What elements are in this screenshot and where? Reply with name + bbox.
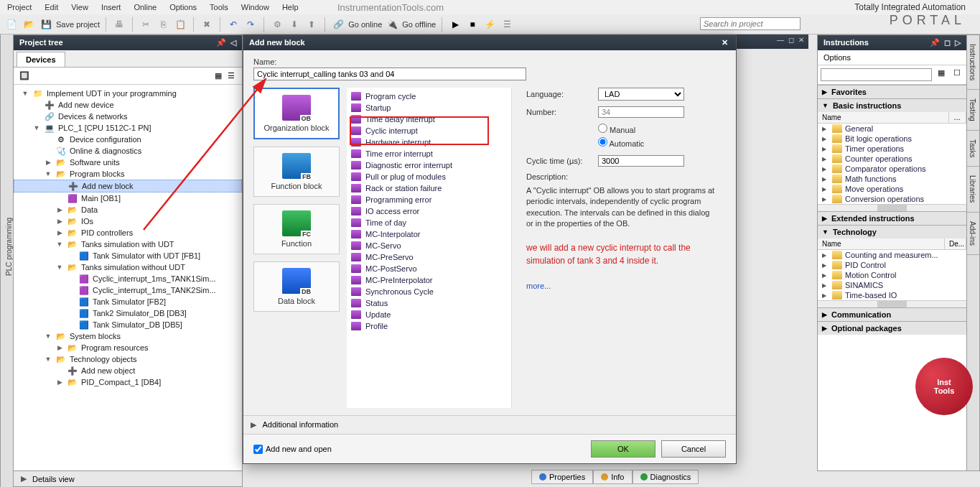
cyclic-time-input[interactable] <box>598 155 684 167</box>
cross-ref-icon[interactable]: ☰ <box>500 17 514 32</box>
ob-type-item[interactable]: Time delay interrupt <box>347 113 511 125</box>
instruction-folder[interactable]: ▶Counting and measurem... <box>818 250 966 260</box>
section-optional[interactable]: ▶Optional packages <box>818 322 966 335</box>
block-name-input[interactable] <box>253 68 526 80</box>
section-technology[interactable]: ▼Technology <box>818 226 966 238</box>
additional-info-section[interactable]: ▶ Additional information <box>243 415 736 434</box>
ob-type-list[interactable]: Program cycleStartupTime delay interrupt… <box>347 88 512 408</box>
tree-toggle-icon[interactable]: ▶ <box>55 344 64 351</box>
menu-online[interactable]: Online <box>134 3 157 11</box>
instruction-folder[interactable]: ▶Bit logic operations <box>818 134 966 144</box>
tree-node[interactable]: ▼📂Tanks simulation without UDT <box>14 261 242 273</box>
tree-node[interactable]: 🩺Online & diagnostics <box>14 145 242 157</box>
tree-toggle-icon[interactable]: ▶ <box>55 229 64 236</box>
tree-node[interactable]: 🟪Main [OB1] <box>14 193 242 204</box>
layout-icon[interactable]: ▦ <box>935 68 948 81</box>
dialog-close-icon[interactable]: ✕ <box>719 38 730 47</box>
tree-toggle-icon[interactable]: ▼ <box>44 333 52 340</box>
ob-type-item[interactable]: Update <box>347 309 511 320</box>
tree-node[interactable]: ▶📂Data <box>14 204 242 215</box>
layout2-icon[interactable]: ☐ <box>951 68 963 81</box>
tech-items-list[interactable]: ▶Counting and measurem...▶PID Control▶Mo… <box>818 250 966 300</box>
download-icon[interactable]: ⬇ <box>287 17 302 32</box>
h-scrollbar[interactable] <box>818 204 966 211</box>
ob-type-item[interactable]: Rack or station failure <box>347 182 511 194</box>
tree-node[interactable]: ▼💻PLC_1 [CPU 1512C-1 PN] <box>14 122 242 134</box>
pin-icon[interactable]: 📌 <box>216 38 226 47</box>
ob-type-item[interactable]: MC-PreInterpolator <box>347 274 511 286</box>
tab-info[interactable]: Info <box>593 470 632 484</box>
flash-icon[interactable]: ⚡ <box>482 17 497 32</box>
instruction-folder[interactable]: ▶SINAMICS <box>818 280 966 290</box>
tree-expand-icon[interactable]: 🔲 <box>18 70 31 83</box>
go-online-icon[interactable]: 🔗 <box>331 17 345 32</box>
instruction-folder[interactable]: ▶Math functions <box>818 174 966 184</box>
ob-type-item[interactable]: Pull or plug of modules <box>347 171 511 182</box>
minimize-icon[interactable]: — <box>777 36 784 47</box>
basic-items-list[interactable]: ▶General▶Bit logic operations▶Timer oper… <box>818 124 966 204</box>
tree-toggle-icon[interactable]: ▼ <box>55 264 64 271</box>
tree-toggle-icon[interactable]: ▶ <box>44 159 52 166</box>
tree-node[interactable]: ▶📂Program resources <box>14 342 242 353</box>
stop-cpu-icon[interactable]: ■ <box>465 17 480 32</box>
manual-radio[interactable]: Manual <box>598 126 635 134</box>
tree-toggle-icon[interactable]: ▼ <box>44 356 52 363</box>
ob-type-item[interactable]: Status <box>347 297 511 309</box>
project-tree[interactable]: ▼📁Implement UDT in your programming➕Add … <box>14 85 242 470</box>
section-favorites[interactable]: ▶Favorites <box>818 85 966 98</box>
go-offline-icon[interactable]: 🔌 <box>385 17 399 32</box>
cancel-button[interactable]: Cancel <box>661 440 726 458</box>
go-offline-button[interactable]: Go offline <box>402 20 436 29</box>
tree-node[interactable]: 🟦Tank Simulator [FB2] <box>14 296 242 307</box>
tree-node[interactable]: ➕Add new device <box>14 99 242 111</box>
menu-view[interactable]: View <box>71 3 88 11</box>
open-project-icon[interactable]: 📂 <box>22 17 36 32</box>
instruction-folder[interactable]: ▶Time-based IO <box>818 290 966 300</box>
tree-node[interactable]: 🟦Tank2 Simulator_DB [DB3] <box>14 307 242 319</box>
side-tab-add-ins[interactable]: Add-ins <box>967 213 979 255</box>
details-view-bar[interactable]: ▶ Details view <box>14 470 242 486</box>
ob-type-item[interactable]: Synchronous Cycle <box>347 286 511 297</box>
instruction-folder[interactable]: ▶Comparator operations <box>818 164 966 174</box>
pin-icon[interactable]: 📌 <box>930 38 940 47</box>
ob-type-item[interactable]: Time error interrupt <box>347 148 511 159</box>
tree-details-icon[interactable]: ☰ <box>225 70 238 83</box>
copy-icon[interactable]: ⎘ <box>156 17 170 32</box>
tree-node[interactable]: ▼📂Tanks simulation with UDT <box>14 238 242 250</box>
ob-type-item[interactable]: Programming error <box>347 194 511 205</box>
tree-node[interactable]: ▼📂Program blocks <box>14 168 242 180</box>
save-project-button[interactable]: Save project <box>56 20 100 29</box>
ob-type-item[interactable]: Diagnostic error interrupt <box>347 159 511 171</box>
ob-type-item[interactable]: Hardware interrupt <box>347 136 511 148</box>
tree-toggle-icon[interactable]: ▶ <box>55 379 64 386</box>
options-label[interactable]: Options <box>818 50 966 65</box>
tree-node[interactable]: 🟪Cyclic_interrupt_1ms_TANK2Sim... <box>14 284 242 296</box>
more-link[interactable]: more... <box>526 282 719 290</box>
tree-toggle-icon[interactable]: ▼ <box>55 241 64 248</box>
left-side-tab[interactable]: PLC programming <box>0 34 13 487</box>
tree-node[interactable]: 🟪Cyclic_interrupt_1ms_TANK1Sim... <box>14 273 242 284</box>
block-type-db[interactable]: DBData block <box>253 261 340 312</box>
tree-node[interactable]: ▶📂PID controllers <box>14 227 242 238</box>
ob-type-item[interactable]: Program cycle <box>347 91 511 102</box>
delete-icon[interactable]: ✖ <box>200 17 214 32</box>
tree-node[interactable]: ▼📂System blocks <box>14 330 242 342</box>
instruction-folder[interactable]: ▶Timer operations <box>818 144 966 154</box>
ob-type-item[interactable]: IO access error <box>347 205 511 217</box>
maximize-icon[interactable]: ◻ <box>788 36 794 47</box>
maximize-icon[interactable]: ◻ <box>944 38 951 47</box>
instruction-folder[interactable]: ▶Conversion operations <box>818 194 966 204</box>
tree-node[interactable]: ▼📂Technology objects <box>14 353 242 365</box>
ob-type-item[interactable]: Time of day <box>347 217 511 228</box>
tab-diagnostics[interactable]: Diagnostics <box>633 470 699 484</box>
h-scrollbar[interactable] <box>818 300 966 307</box>
tree-view-icon[interactable]: ▦ <box>212 70 225 83</box>
instruction-folder[interactable]: ▶PID Control <box>818 260 966 270</box>
collapse-icon[interactable]: ◁ <box>230 38 236 47</box>
tree-toggle-icon[interactable]: ▼ <box>32 124 41 131</box>
redo-icon[interactable]: ↷ <box>243 17 258 32</box>
tree-toggle-icon[interactable]: ▼ <box>21 90 29 97</box>
start-cpu-icon[interactable]: ▶ <box>448 17 462 32</box>
tree-node[interactable]: ▶📂IOs <box>14 215 242 227</box>
menu-options[interactable]: Options <box>169 3 197 11</box>
